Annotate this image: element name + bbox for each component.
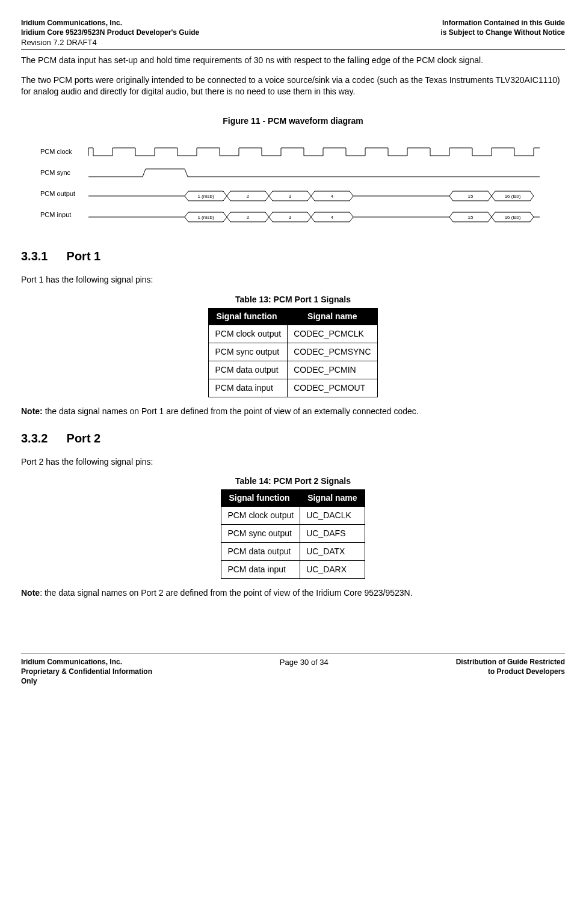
- table-row: PCM clock outputCODEC_PCMCLK: [209, 325, 377, 343]
- wave-clock: [88, 148, 540, 156]
- table13-title: Table 13: PCM Port 1 Signals: [21, 294, 565, 305]
- table14-title: Table 14: PCM Port 2 Signals: [21, 476, 565, 487]
- table-row: PCM clock outputUC_DACLK: [221, 507, 365, 525]
- header-left-2: Iridium Core 9523/9523N Product Develope…: [21, 28, 199, 37]
- table-port2-signals: Signal function Signal name PCM clock ou…: [221, 489, 365, 578]
- pcm-waveform-diagram: PCM clock PCM sync PCM output PCM input …: [40, 142, 546, 235]
- note-label: Note: [21, 588, 40, 598]
- heading-port2-num: 3.3.2: [21, 430, 63, 447]
- out-bit-15: 15: [468, 194, 473, 199]
- in-bit-1: 1 (msb): [197, 215, 214, 220]
- in-bit-15: 15: [468, 215, 473, 220]
- table-port1-signals: Signal function Signal name PCM clock ou…: [208, 308, 377, 397]
- in-bit-16: 16 (lsb): [505, 215, 521, 220]
- out-bit-4: 4: [331, 194, 334, 199]
- wave-input: 1 (msb) 2 3 4 15 16 (lsb): [88, 212, 540, 222]
- table-row: PCM data outputUC_DATX: [221, 542, 365, 560]
- heading-port2: 3.3.2 Port 2: [21, 430, 565, 447]
- in-bit-4: 4: [331, 215, 334, 220]
- heading-port2-text: Port 2: [67, 432, 101, 445]
- header-right-2: is Subject to Change Without Notice: [440, 28, 565, 37]
- footer-page-number: Page 30 of 34: [280, 657, 328, 668]
- note-label: Note:: [21, 406, 43, 416]
- label-pcm-clock: PCM clock: [40, 148, 72, 155]
- header-rule: [21, 49, 565, 50]
- table13-th-function: Signal function: [209, 308, 288, 325]
- label-pcm-output: PCM output: [40, 190, 75, 197]
- header-revision: Revision 7.2 DRAFT4: [21, 37, 565, 48]
- out-bit-3: 3: [289, 194, 292, 199]
- footer-left-1: Iridium Communications, Inc.: [21, 657, 152, 667]
- heading-port1-text: Port 1: [67, 249, 101, 263]
- header-left-1: Iridium Communications, Inc.: [21, 18, 122, 28]
- table-row: PCM data inputCODEC_PCMOUT: [209, 379, 377, 397]
- port1-intro: Port 1 has the following signal pins:: [21, 274, 565, 286]
- port1-note: Note: the data signal names on Port 1 ar…: [21, 406, 565, 417]
- header-right-1: Information Contained in this Guide: [442, 18, 565, 28]
- out-bit-1: 1 (msb): [197, 194, 214, 199]
- heading-port1-num: 3.3.1: [21, 248, 63, 265]
- in-bit-3: 3: [289, 215, 292, 220]
- table-row: PCM data outputCODEC_PCMIN: [209, 361, 377, 379]
- header: Iridium Communications, Inc. Information…: [21, 18, 565, 50]
- port2-intro: Port 2 has the following signal pins:: [21, 456, 565, 468]
- label-pcm-input: PCM input: [40, 211, 71, 218]
- port2-note: Note: the data signal names on Port 2 ar…: [21, 587, 565, 599]
- footer: Iridium Communications, Inc. Proprietary…: [21, 653, 565, 687]
- table14-th-function: Signal function: [221, 490, 300, 507]
- wave-sync: [88, 169, 540, 177]
- out-bit-2: 2: [247, 194, 250, 199]
- figure-caption: Figure 11 - PCM waveform diagram: [21, 115, 565, 127]
- table14-th-name: Signal name: [300, 490, 365, 507]
- table13-th-name: Signal name: [288, 308, 377, 325]
- heading-port1: 3.3.1 Port 1: [21, 248, 565, 265]
- footer-left-2: Proprietary & Confidential Information: [21, 667, 152, 676]
- footer-right-2: to Product Developers: [456, 667, 565, 676]
- table-row: PCM sync outputUC_DAFS: [221, 525, 365, 543]
- footer-right-1: Distribution of Guide Restricted: [456, 657, 565, 667]
- body-paragraph-1: The PCM data input has set-up and hold t…: [21, 55, 565, 66]
- out-bit-16: 16 (lsb): [505, 194, 521, 199]
- table-row: PCM sync outputCODEC_PCMSYNC: [209, 343, 377, 361]
- table-row: PCM data inputUC_DARX: [221, 560, 365, 578]
- in-bit-2: 2: [247, 215, 250, 220]
- footer-left-3: Only: [21, 676, 152, 686]
- wave-output: 1 (msb) 2 3 4 15 16 (lsb): [88, 191, 534, 201]
- label-pcm-sync: PCM sync: [40, 169, 71, 176]
- body-paragraph-2: The two PCM ports were originally intend…: [21, 75, 565, 97]
- footer-rule: [21, 653, 565, 653]
